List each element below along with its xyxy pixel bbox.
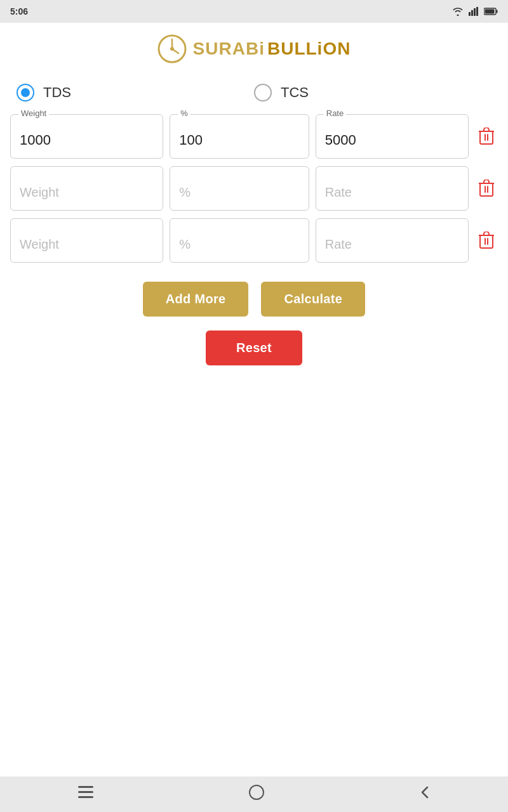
rate-label-1: Rate bbox=[324, 108, 346, 118]
logo-bullion: BULLiON bbox=[267, 39, 351, 59]
svg-rect-11 bbox=[487, 134, 488, 141]
percent-field-1: % bbox=[170, 114, 309, 159]
rate-field-2 bbox=[316, 166, 469, 211]
svg-rect-5 bbox=[497, 10, 498, 13]
header: SURАBi BULLiON bbox=[10, 23, 498, 77]
nav-menu-icon[interactable] bbox=[59, 780, 112, 809]
tcs-option[interactable]: TCS bbox=[254, 84, 491, 102]
weight-field-3 bbox=[10, 218, 163, 263]
percent-field-3 bbox=[170, 218, 309, 263]
input-row-2 bbox=[10, 166, 498, 211]
input-row-1: Weight % Rate bbox=[10, 114, 498, 159]
svg-rect-14 bbox=[487, 186, 488, 193]
rate-input-1[interactable] bbox=[316, 115, 468, 158]
logo-surabi: SURАBi bbox=[193, 39, 265, 59]
delete-row-1[interactable] bbox=[475, 125, 498, 148]
svg-rect-10 bbox=[485, 134, 486, 141]
svg-rect-9 bbox=[480, 131, 493, 144]
weight-field-1: Weight bbox=[10, 114, 163, 159]
delete-row-3[interactable] bbox=[475, 229, 498, 252]
svg-rect-15 bbox=[480, 235, 493, 248]
tds-option[interactable]: TDS bbox=[17, 84, 254, 102]
status-bar: 5:06 bbox=[0, 0, 508, 23]
reset-button[interactable]: Reset bbox=[206, 331, 302, 365]
svg-rect-3 bbox=[476, 7, 478, 16]
app-content: SURАBi BULLiON TDS TCS Weight % Rat bbox=[0, 23, 508, 776]
svg-rect-16 bbox=[485, 238, 486, 245]
svg-rect-19 bbox=[78, 791, 93, 793]
weight-input-1[interactable] bbox=[11, 115, 163, 158]
wifi-icon bbox=[452, 7, 464, 16]
svg-rect-6 bbox=[485, 10, 495, 14]
svg-point-21 bbox=[250, 785, 264, 799]
rate-field-3 bbox=[316, 218, 469, 263]
trash-icon-3 bbox=[478, 232, 495, 249]
percent-input-1[interactable] bbox=[170, 115, 309, 158]
tds-radio[interactable] bbox=[17, 84, 34, 102]
rate-input-2[interactable] bbox=[316, 167, 468, 210]
weight-input-2[interactable] bbox=[11, 167, 163, 210]
svg-rect-18 bbox=[78, 786, 93, 788]
rate-input-3[interactable] bbox=[316, 219, 468, 262]
percent-input-3[interactable] bbox=[170, 219, 309, 262]
svg-rect-17 bbox=[487, 238, 488, 245]
status-time: 5:06 bbox=[10, 6, 28, 16]
input-row-3 bbox=[10, 218, 498, 263]
svg-rect-1 bbox=[471, 10, 473, 16]
action-buttons: Add More Calculate bbox=[143, 282, 365, 317]
weight-field-2 bbox=[10, 166, 163, 211]
battery-icon bbox=[484, 8, 498, 15]
trash-icon-2 bbox=[478, 180, 495, 197]
toggle-row: TDS TCS bbox=[10, 77, 498, 114]
delete-row-2[interactable] bbox=[475, 177, 498, 200]
nav-home-icon[interactable] bbox=[230, 778, 283, 810]
rate-field-1: Rate bbox=[316, 114, 469, 159]
svg-rect-13 bbox=[485, 186, 486, 193]
nav-back-icon[interactable] bbox=[401, 778, 449, 810]
logo-icon bbox=[157, 34, 187, 63]
weight-label-1: Weight bbox=[18, 108, 49, 118]
signal-icon bbox=[469, 7, 479, 16]
svg-rect-20 bbox=[78, 796, 93, 798]
svg-rect-12 bbox=[480, 183, 493, 196]
trash-icon-1 bbox=[478, 128, 495, 145]
weight-input-3[interactable] bbox=[11, 219, 163, 262]
logo-text: SURАBi BULLiON bbox=[193, 39, 351, 59]
svg-point-8 bbox=[170, 47, 174, 51]
tds-label: TDS bbox=[43, 84, 71, 101]
svg-rect-2 bbox=[474, 8, 476, 16]
input-rows: Weight % Rate bbox=[10, 114, 498, 263]
add-more-button[interactable]: Add More bbox=[143, 282, 249, 317]
percent-label-1: % bbox=[178, 108, 190, 118]
status-icons bbox=[452, 7, 498, 16]
percent-field-2 bbox=[170, 166, 309, 211]
tcs-radio[interactable] bbox=[254, 84, 272, 102]
calculate-button[interactable]: Calculate bbox=[261, 282, 365, 317]
tcs-label: TCS bbox=[281, 84, 309, 101]
svg-rect-0 bbox=[469, 12, 471, 16]
percent-input-2[interactable] bbox=[170, 167, 309, 210]
bottom-nav bbox=[0, 776, 508, 812]
